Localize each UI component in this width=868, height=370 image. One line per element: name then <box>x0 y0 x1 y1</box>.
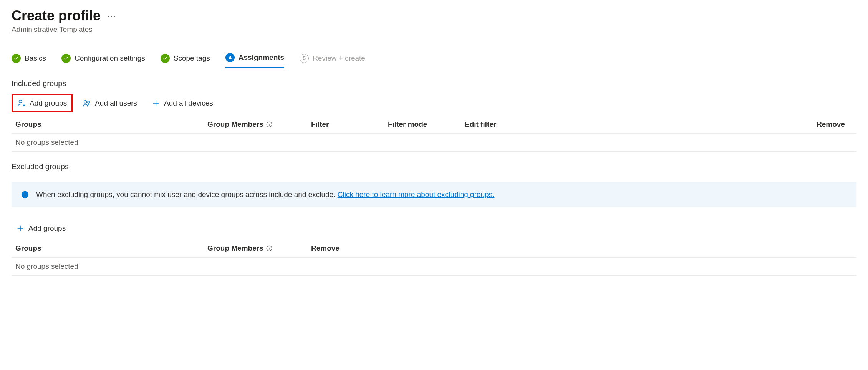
button-label: Add groups <box>28 224 66 233</box>
step-number-icon: 4 <box>225 53 235 62</box>
info-icon <box>21 190 29 199</box>
col-edit-filter: Edit filter <box>465 120 542 129</box>
included-groups-table: Groups Group Members Filter Filter mode … <box>12 116 856 152</box>
col-group-members: Group Members <box>207 120 311 129</box>
col-remove: Remove <box>542 120 853 129</box>
people-icon <box>83 99 91 107</box>
step-label: Basics <box>25 54 46 63</box>
excluded-action-bar: Add groups <box>12 220 856 236</box>
info-icon[interactable] <box>266 245 273 252</box>
add-all-devices-button[interactable]: Add all devices <box>147 95 218 111</box>
info-icon[interactable] <box>266 121 273 128</box>
step-assignments[interactable]: 4 Assignments <box>225 53 284 68</box>
button-label: Add all users <box>95 99 137 107</box>
add-groups-button[interactable]: Add groups <box>12 94 73 112</box>
step-label: Assignments <box>239 53 284 62</box>
wizard-steps: Basics Configuration settings Scope tags… <box>12 53 856 68</box>
more-icon[interactable]: ··· <box>108 12 116 20</box>
col-remove: Remove <box>311 244 853 253</box>
col-group-members: Group Members <box>207 244 311 253</box>
info-link[interactable]: Click here to learn more about excluding… <box>338 190 495 198</box>
button-label: Add all devices <box>164 99 213 107</box>
plus-icon <box>16 224 25 233</box>
included-groups-heading: Included groups <box>12 79 856 88</box>
add-groups-button-excluded[interactable]: Add groups <box>12 220 70 236</box>
check-icon <box>12 54 21 63</box>
step-configuration-settings[interactable]: Configuration settings <box>61 53 145 68</box>
person-add-icon <box>17 99 26 107</box>
col-filter-mode: Filter mode <box>388 120 465 129</box>
empty-message: No groups selected <box>15 138 207 147</box>
step-label: Scope tags <box>174 54 210 63</box>
svg-rect-6 <box>25 193 25 193</box>
page-title: Create profile <box>12 8 101 24</box>
excluded-groups-table: Groups Group Members Remove No groups se… <box>12 240 856 276</box>
button-label: Add groups <box>30 99 67 107</box>
table-row-empty: No groups selected <box>12 134 856 152</box>
page-subtitle: Administrative Templates <box>12 25 856 34</box>
svg-point-0 <box>19 100 22 103</box>
svg-point-1 <box>84 101 87 103</box>
empty-message: No groups selected <box>15 262 207 271</box>
plus-icon <box>152 99 160 107</box>
svg-rect-5 <box>25 194 25 196</box>
info-text: When excluding groups, you cannot mix us… <box>36 190 494 199</box>
step-scope-tags[interactable]: Scope tags <box>161 53 210 68</box>
step-number-icon: 5 <box>300 54 309 63</box>
col-groups: Groups <box>15 244 207 253</box>
included-action-bar: Add groups Add all users Add all devices <box>12 94 856 112</box>
check-icon <box>161 54 170 63</box>
step-basics[interactable]: Basics <box>12 53 46 68</box>
step-label: Configuration settings <box>75 54 145 63</box>
check-icon <box>61 54 71 63</box>
add-all-users-button[interactable]: Add all users <box>78 95 142 111</box>
excluded-groups-heading: Excluded groups <box>12 162 856 171</box>
col-groups: Groups <box>15 120 207 129</box>
step-label: Review + create <box>313 54 365 63</box>
svg-point-2 <box>88 101 90 104</box>
col-filter: Filter <box>311 120 388 129</box>
table-header: Groups Group Members Remove <box>12 240 856 258</box>
step-review-create[interactable]: 5 Review + create <box>300 53 365 68</box>
table-header: Groups Group Members Filter Filter mode … <box>12 116 856 134</box>
excluded-info-banner: When excluding groups, you cannot mix us… <box>12 182 856 207</box>
table-row-empty: No groups selected <box>12 258 856 276</box>
